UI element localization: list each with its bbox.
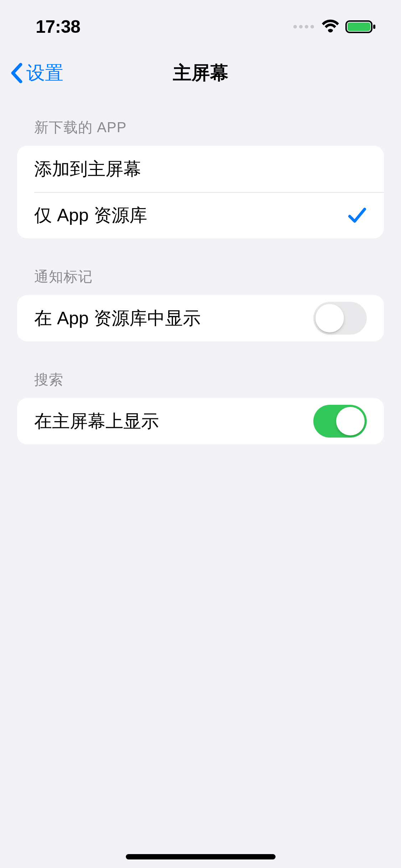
nav-bar: 设置 主屏幕 — [0, 50, 401, 96]
group-newly-downloaded: 添加到主屏幕 仅 App 资源库 — [17, 146, 384, 238]
wifi-icon — [321, 20, 340, 34]
back-label: 设置 — [26, 61, 63, 86]
battery-icon — [345, 20, 376, 34]
row-label: 在 App 资源库中显示 — [34, 306, 201, 330]
row-label: 添加到主屏幕 — [34, 157, 141, 181]
status-time: 17:38 — [36, 16, 80, 37]
svg-rect-2 — [373, 25, 375, 29]
toggle-show-on-home-screen[interactable] — [313, 405, 367, 438]
status-indicators — [293, 20, 376, 34]
toggle-knob — [315, 304, 344, 332]
section-header: 新下载的 APP — [17, 118, 384, 146]
row-show-on-home-screen: 在主屏幕上显示 — [17, 398, 384, 444]
section-header: 搜索 — [17, 370, 384, 398]
toggle-knob — [336, 407, 365, 435]
group-search: 在主屏幕上显示 — [17, 398, 384, 444]
toggle-show-in-app-library[interactable] — [313, 302, 367, 335]
home-indicator[interactable] — [126, 854, 276, 859]
row-show-in-app-library: 在 App 资源库中显示 — [17, 295, 384, 341]
section-newly-downloaded: 新下载的 APP 添加到主屏幕 仅 App 资源库 — [17, 118, 384, 238]
row-label: 在主屏幕上显示 — [34, 409, 159, 433]
section-notification-badges: 通知标记 在 App 资源库中显示 — [17, 267, 384, 341]
option-add-to-home-screen[interactable]: 添加到主屏幕 — [17, 146, 384, 192]
option-app-library-only[interactable]: 仅 App 资源库 — [17, 192, 384, 238]
section-search: 搜索 在主屏幕上显示 — [17, 370, 384, 444]
cellular-signal-icon — [293, 25, 314, 29]
row-label: 仅 App 资源库 — [34, 203, 147, 227]
svg-rect-1 — [348, 22, 370, 31]
section-header: 通知标记 — [17, 267, 384, 295]
status-bar: 17:38 — [0, 0, 401, 50]
content: 新下载的 APP 添加到主屏幕 仅 App 资源库 通知标记 在 App 资源库… — [0, 118, 401, 444]
chevron-left-icon — [10, 62, 24, 84]
checkmark-icon — [348, 206, 367, 225]
back-button[interactable]: 设置 — [0, 61, 63, 86]
group-notification-badges: 在 App 资源库中显示 — [17, 295, 384, 341]
